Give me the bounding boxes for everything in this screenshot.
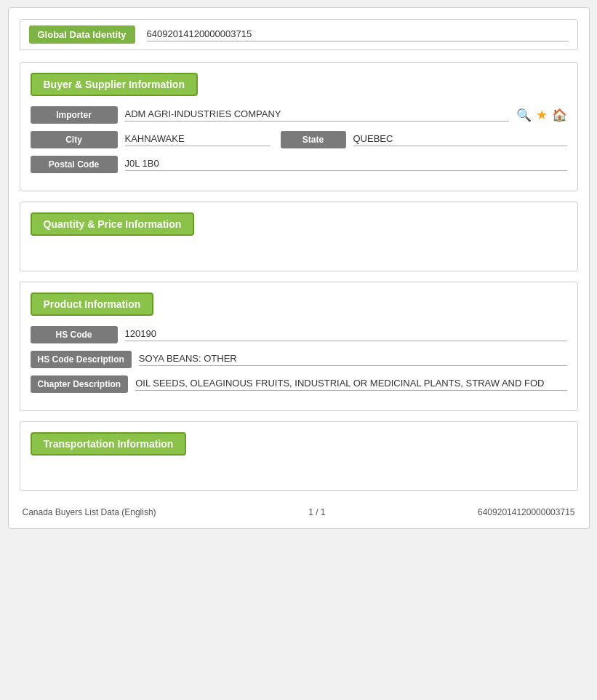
search-icon[interactable]: 🔍	[516, 108, 532, 123]
state-label: State	[281, 131, 346, 148]
product-info-header: Product Information	[31, 293, 154, 316]
action-icons: 🔍 ★ 🏠	[516, 107, 567, 123]
hs-code-desc-value: SOYA BEANS: OTHER	[139, 353, 567, 366]
quantity-price-section: Quantity & Price Information	[20, 202, 578, 271]
hs-code-row: HS Code 120190	[31, 326, 567, 343]
city-label: City	[31, 131, 118, 148]
quantity-price-header: Quantity & Price Information	[31, 212, 195, 236]
hs-code-label: HS Code	[31, 326, 118, 343]
global-identity-label: Global Data Identity	[29, 25, 135, 44]
chapter-desc-value: OIL SEEDS, OLEAGINOUS FRUITS, INDUSTRIAL…	[135, 378, 566, 391]
star-icon[interactable]: ★	[536, 107, 548, 123]
buyer-supplier-header: Buyer & Supplier Information	[31, 73, 198, 96]
postal-code-row: Postal Code J0L 1B0	[31, 156, 567, 173]
city-state-row: City KAHNAWAKE State QUEBEC	[31, 131, 567, 148]
product-info-section: Product Information HS Code 120190 HS Co…	[20, 282, 578, 411]
footer-pagination: 1 / 1	[308, 507, 325, 517]
importer-value: ADM AGRI-INDUSTRIES COMPANY	[125, 108, 509, 122]
chapter-desc-label: Chapter Description	[31, 375, 129, 393]
global-identity-value: 64092014120000003715	[147, 28, 569, 41]
postal-code-label: Postal Code	[31, 156, 118, 173]
buyer-supplier-section: Buyer & Supplier Information Importer AD…	[20, 62, 578, 191]
hs-code-desc-label: HS Code Description	[31, 351, 132, 368]
hs-code-desc-row: HS Code Description SOYA BEANS: OTHER	[31, 351, 567, 368]
quantity-price-content	[31, 246, 567, 260]
postal-code-value: J0L 1B0	[125, 158, 567, 171]
global-identity-row: Global Data Identity 6409201412000000371…	[20, 19, 578, 50]
hs-code-value: 120190	[125, 328, 567, 341]
importer-label: Importer	[31, 106, 118, 124]
transportation-section: Transportation Information	[20, 421, 578, 491]
home-icon[interactable]: 🏠	[552, 108, 567, 123]
page-wrapper: Global Data Identity 6409201412000000371…	[8, 7, 590, 529]
footer: Canada Buyers List Data (English) 1 / 1 …	[20, 501, 578, 517]
footer-record-id: 64092014120000003715	[478, 507, 574, 517]
transportation-content	[31, 466, 567, 480]
chapter-desc-row: Chapter Description OIL SEEDS, OLEAGINOU…	[31, 375, 567, 393]
transportation-header: Transportation Information	[31, 432, 187, 456]
state-value: QUEBEC	[353, 133, 567, 146]
importer-row: Importer ADM AGRI-INDUSTRIES COMPANY 🔍 ★…	[31, 106, 567, 124]
footer-source: Canada Buyers List Data (English)	[23, 507, 156, 517]
city-value: KAHNAWAKE	[125, 133, 271, 146]
